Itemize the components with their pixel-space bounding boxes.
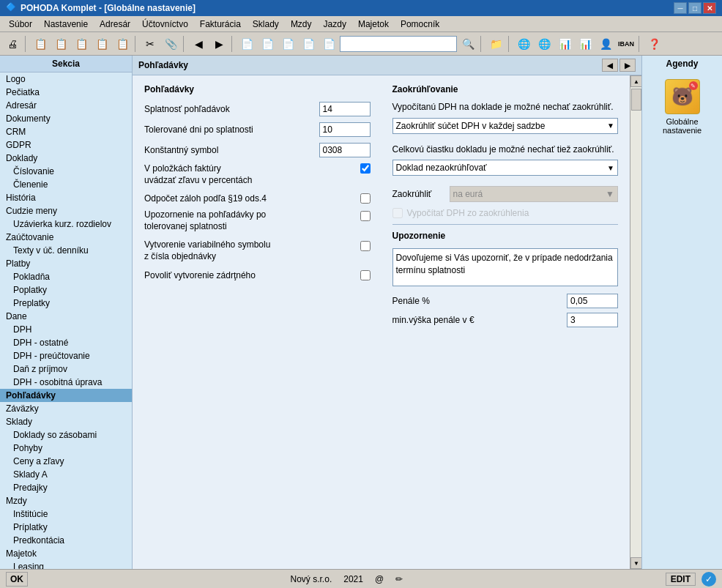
sidebar-item-cudzie-meny[interactable]: Cudzie meny: [0, 204, 132, 217]
dph-round-dropdown[interactable]: Zaokrúhliť súčet DPH v každej sadzbe ▼: [392, 118, 619, 134]
toolbar-btn-folder[interactable]: 📁: [486, 34, 505, 53]
right-panel: Zaokrúhľovanie Vypočítanú DPH na doklade…: [392, 84, 619, 560]
sidebar-item-intitcie[interactable]: Inštitúcie: [0, 507, 132, 521]
menu-item-majetok[interactable]: Majetok: [352, 18, 395, 31]
upozornenie-textarea[interactable]: Dovoľujeme si Vás upozorniť, že v prípad…: [392, 248, 619, 286]
doklad-round-dropdown[interactable]: Doklad nezaokrúhľovať ▼: [392, 160, 619, 176]
sidebar-item-adresr[interactable]: Adresár: [0, 99, 132, 112]
sidebar-item-uzvierka-kurz-rozdielov[interactable]: Uzávierka kurz. rozdielov: [0, 217, 132, 231]
toolbar-btn-grid[interactable]: 📊: [576, 34, 595, 53]
toolbar-btn-7[interactable]: ✂: [141, 34, 160, 53]
sidebar-item-mzdy[interactable]: Mzdy: [0, 494, 132, 507]
ok-button[interactable]: OK: [6, 572, 28, 587]
sidebar-item-sklady[interactable]: Sklady: [0, 415, 132, 428]
sidebar-item-zatovanie[interactable]: Zaúčtovanie: [0, 231, 132, 244]
sidebar-item-lenenie[interactable]: Členenie: [0, 178, 132, 191]
toolbar-btn-10[interactable]: 📄: [258, 34, 277, 53]
toolbar-btn-1[interactable]: 🖨: [3, 34, 22, 53]
close-button[interactable]: ✕: [703, 2, 716, 14]
sidebar-item-peiatka[interactable]: Pečiatka: [0, 86, 132, 99]
toolbar-btn-3[interactable]: 📋: [51, 34, 70, 53]
scroll-up-btn[interactable]: ▲: [630, 75, 641, 87]
maximize-button[interactable]: □: [688, 2, 701, 14]
upozornenie-checkbox[interactable]: [360, 211, 371, 221]
splatnost-input[interactable]: [319, 102, 371, 116]
sidebar-item-dane[interactable]: Dane: [0, 310, 132, 323]
toolbar-btn-table[interactable]: 📊: [555, 34, 574, 53]
sidebar-item-dph---osobitn-prava[interactable]: DPH - osobitná úprava: [0, 376, 132, 389]
minimize-button[interactable]: ─: [674, 2, 687, 14]
nav-prev-button[interactable]: ◀: [602, 59, 618, 72]
konstantny-input[interactable]: [319, 143, 371, 157]
sidebar-item-dokumenty[interactable]: Dokumenty: [0, 112, 132, 125]
penale-percent-input[interactable]: [567, 294, 618, 308]
sidebar-item-histria[interactable]: História: [0, 191, 132, 204]
toolbar-btn-11[interactable]: 📄: [278, 34, 297, 53]
toolbar-btn-6[interactable]: 📋: [113, 34, 132, 53]
sidebar-item-slovanie[interactable]: Číslovanie: [0, 165, 132, 178]
odpocet-checkbox[interactable]: [360, 193, 371, 204]
toolbar-btn-12[interactable]: 📄: [299, 34, 318, 53]
toolbar-btn-green[interactable]: 🌐: [514, 34, 533, 53]
toolbar-btn-2[interactable]: 📋: [31, 34, 50, 53]
toolbar-btn-5[interactable]: 📋: [92, 34, 111, 53]
toolbar-btn-ie[interactable]: 🌐: [535, 34, 554, 53]
sidebar-item-zvzky[interactable]: Záväzky: [0, 402, 132, 415]
sidebar-item-gdpr[interactable]: GDPR: [0, 138, 132, 152]
menu-item-jazdy[interactable]: Jazdy: [318, 18, 352, 31]
penale-min-input[interactable]: [567, 313, 618, 327]
menu-item-adresár[interactable]: Adresár: [94, 18, 136, 31]
sidebar-item-doklady-so-zsobami[interactable]: Doklady so zásobami: [0, 428, 132, 442]
sidebar-item-poklada[interactable]: Pokladňa: [0, 270, 132, 283]
sidebar-item-ceny-a-zavy[interactable]: Ceny a zľavy: [0, 455, 132, 468]
toolbar-btn-8[interactable]: 📎: [161, 34, 180, 53]
menu-item-nastavenie[interactable]: Nastavenie: [38, 18, 94, 31]
sidebar-item-logo[interactable]: Logo: [0, 72, 132, 86]
sidebar-item-dph---ostatn[interactable]: DPH - ostatné: [0, 336, 132, 349]
menu-item-pomocník[interactable]: Pomocník: [395, 18, 445, 31]
menu-item-súbor[interactable]: Súbor: [3, 18, 38, 31]
toolbar-btn-nav-fwd[interactable]: ▶: [209, 34, 228, 53]
sidebar-item-platby[interactable]: Platby: [0, 257, 132, 270]
check-badge[interactable]: ✓: [701, 572, 716, 587]
sidebar-item-dph---pretovanie[interactable]: DPH - preúčtovanie: [0, 349, 132, 362]
menu-item-účtovníctvo[interactable]: Účtovníctvo: [136, 18, 194, 31]
toolbar-btn-13[interactable]: 📄: [319, 34, 338, 53]
toolbar-btn-4[interactable]: 📋: [72, 34, 91, 53]
zlava-checkbox[interactable]: [360, 163, 371, 174]
menu-item-sklady[interactable]: Sklady: [247, 18, 285, 31]
sidebar-item-texty-v--dennku[interactable]: Texty v úč. denníku: [0, 244, 132, 257]
menu-item-fakturácia[interactable]: Fakturácia: [194, 18, 247, 31]
sidebar-item-majetok[interactable]: Majetok: [0, 547, 132, 560]
nav-next-button[interactable]: ▶: [619, 59, 636, 72]
toolbar-btn-nav-back[interactable]: ◀: [189, 34, 208, 53]
sidebar-item-pohyby[interactable]: Pohyby: [0, 442, 132, 455]
sidebar-item-da-z-prjmov[interactable]: Daň z príjmov: [0, 362, 132, 376]
status-bar: OK Nový s.r.o. 2021 @ ✏ EDIT ✓: [0, 569, 722, 588]
sidebar-item-predkontcia[interactable]: Predkontácia: [0, 534, 132, 547]
sidebar-item-poplatky[interactable]: Poplatky: [0, 283, 132, 297]
sidebar-item-preplatky[interactable]: Preplatky: [0, 297, 132, 310]
agendy-item-global[interactable]: 🐻 ✎ Globálne nastavenie: [650, 75, 715, 139]
sidebar-item-leasing[interactable]: Leasing: [0, 560, 132, 569]
pen-icon: ✏: [395, 574, 403, 584]
sidebar-item-pohadvky[interactable]: Pohľadávky: [0, 389, 132, 402]
toolbar-btn-user[interactable]: 👤: [596, 34, 615, 53]
toolbar-btn-help[interactable]: ❓: [644, 34, 663, 53]
scroll-down-btn[interactable]: ▼: [630, 557, 641, 569]
sidebar-item-dph[interactable]: DPH: [0, 323, 132, 336]
sidebar-item-doklady[interactable]: Doklady: [0, 152, 132, 165]
sidebar-item-crm[interactable]: CRM: [0, 125, 132, 138]
sidebar-item-sklady-a[interactable]: Sklady A: [0, 468, 132, 481]
search-input[interactable]: [340, 36, 457, 52]
tolerovane-input[interactable]: [319, 122, 371, 137]
variabilny-checkbox[interactable]: [360, 241, 371, 251]
zadrzne-checkbox[interactable]: [360, 270, 371, 280]
toolbar-btn-filter[interactable]: 🔍: [458, 34, 477, 53]
sidebar-item-prplatky[interactable]: Príplatky: [0, 521, 132, 534]
toolbar-btn-9[interactable]: 📄: [237, 34, 256, 53]
toolbar-btn-iban[interactable]: IBAN: [617, 34, 636, 53]
menu-item-mzdy[interactable]: Mzdy: [285, 18, 318, 31]
sidebar-item-predajky[interactable]: Predajky: [0, 481, 132, 494]
scroll-thumb[interactable]: [631, 89, 641, 111]
